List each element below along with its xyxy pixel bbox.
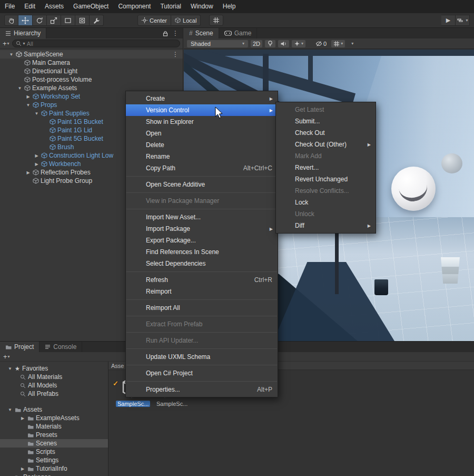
hidden-objects-button[interactable]: 0 (313, 40, 329, 48)
scale-tool-button[interactable] (47, 15, 61, 26)
scene-audio-button[interactable] (278, 40, 290, 48)
folder-tutorialinfo[interactable]: ▶ TutorialInfo (0, 464, 108, 473)
menu-item-import-package[interactable]: Import Package ▶ (126, 223, 278, 235)
folder-materials[interactable]: Materials (0, 422, 108, 431)
submenu-item-diff[interactable]: Diff ▶ (276, 220, 376, 231)
submenu-item-revert-unchanged[interactable]: Revert Unchanged (276, 173, 376, 185)
menu-item-open[interactable]: Open (126, 128, 278, 139)
add-object-button[interactable]: +▾ (3, 40, 9, 47)
folder-presets[interactable]: Presets (0, 431, 108, 439)
search-filter-caret-icon[interactable]: ▾ (23, 41, 25, 46)
scene-options-icon[interactable]: ⋮ (172, 51, 179, 58)
favorites-all-materials[interactable]: All Materials (0, 373, 108, 381)
collapse-arrow-icon[interactable]: ▼ (17, 86, 23, 91)
rect-tool-button[interactable] (61, 15, 75, 26)
lock-icon[interactable] (163, 31, 168, 36)
submenu-item-check-out[interactable]: Check Out (276, 127, 376, 139)
tab-project[interactable]: Project (0, 342, 39, 352)
hierarchy-item-directional-light[interactable]: Directional Light (0, 67, 183, 75)
menu-file[interactable]: File (0, 0, 19, 13)
transform-tool-button[interactable] (75, 15, 90, 26)
folder-scripts[interactable]: Scripts (0, 448, 108, 456)
menu-separator (126, 176, 277, 177)
submenu-item-lock[interactable]: Lock (276, 197, 376, 208)
menu-item-label: Select Dependencies (146, 260, 205, 267)
hierarchy-search-input[interactable] (27, 41, 176, 47)
submenu-item-revert[interactable]: Revert... (276, 162, 376, 173)
expand-arrow-icon[interactable]: ▶ (34, 162, 39, 167)
center-pivot-icon (142, 17, 147, 23)
move-tool-button[interactable] (18, 15, 33, 26)
collapse-arrow-icon[interactable]: ▼ (34, 111, 39, 116)
collapse-arrow-icon[interactable]: ▼ (25, 103, 31, 108)
submenu-item-submit[interactable]: Submit... (276, 115, 376, 127)
collapse-arrow-icon[interactable]: ▼ (7, 366, 13, 371)
menu-item-properties[interactable]: Properties... Alt+P (126, 384, 278, 395)
collapse-arrow-icon[interactable]: ▼ (8, 52, 14, 57)
pivot-center-button[interactable]: Center (137, 15, 171, 26)
tab-game[interactable]: Game (219, 28, 258, 38)
scene-view-options-button[interactable]: ▾ (347, 40, 358, 48)
orientation-local-button[interactable]: Local (171, 15, 201, 26)
menu-edit[interactable]: Edit (19, 0, 40, 13)
favorites-all-models[interactable]: All Models (0, 381, 108, 390)
menu-item-delete[interactable]: Delete (126, 139, 278, 151)
folder-scenes[interactable]: Scenes (0, 439, 108, 448)
favorites-header[interactable]: ▼ ★ Favorites (0, 364, 108, 373)
expand-arrow-icon[interactable]: ▶ (25, 170, 31, 175)
menu-item-find-references-in-scene[interactable]: Find References In Scene (126, 246, 278, 258)
folder-label: Settings (36, 456, 58, 464)
menu-item-export-package[interactable]: Export Package... (126, 235, 278, 246)
menu-item-select-dependencies[interactable]: Select Dependencies (126, 258, 278, 269)
tab-console[interactable]: Console (39, 342, 82, 352)
pan-tool-button[interactable] (4, 15, 18, 26)
scene-grid-button[interactable]: ▾ (331, 40, 345, 48)
expand-arrow-icon[interactable]: ▶ (25, 94, 31, 99)
scene-lighting-button[interactable] (264, 40, 276, 48)
menu-item-version-control[interactable]: Version Control ▶ (126, 104, 278, 116)
submenu-item-check-out-other[interactable]: Check Out (Other) ▶ (276, 139, 376, 150)
menu-component[interactable]: Component (113, 0, 155, 13)
grid-snap-button[interactable] (209, 15, 223, 26)
hierarchy-item-post-process-volume[interactable]: Post-process Volume (0, 75, 183, 84)
menu-item-label: Refresh (146, 276, 168, 284)
toggle-2d-button[interactable]: 2D (250, 40, 263, 48)
panel-menu-icon[interactable]: ⋮ (172, 30, 179, 37)
hierarchy-item-main-camera[interactable]: Main Camera (0, 59, 183, 67)
custom-tool-button[interactable] (90, 15, 104, 26)
collapse-arrow-icon[interactable]: ▼ (7, 407, 13, 412)
expand-arrow-icon[interactable]: ▶ (34, 153, 39, 158)
menu-item-show-in-explorer[interactable]: Show in Explorer (126, 116, 278, 128)
menu-tutorial[interactable]: Tutorial (155, 0, 186, 13)
menu-item-open-scene-additive[interactable]: Open Scene Additive (126, 179, 278, 190)
shading-mode-dropdown[interactable]: Shaded ▾ (186, 40, 249, 48)
menu-help[interactable]: Help (218, 0, 241, 13)
expand-arrow-icon[interactable]: ▶ (20, 416, 25, 421)
layers-button[interactable]: ▾ (456, 15, 470, 26)
menu-item-refresh[interactable]: Refresh Ctrl+R (126, 274, 278, 286)
menu-item-reimport[interactable]: Reimport (126, 286, 278, 297)
packages-root[interactable]: ▶ Packages (0, 473, 108, 476)
menu-window[interactable]: Window (186, 0, 218, 13)
menu-item-import-new-asset[interactable]: Import New Asset... (126, 211, 278, 223)
favorites-all-prefabs[interactable]: All Prefabs (0, 390, 108, 398)
menu-assets[interactable]: Assets (40, 0, 68, 13)
rotate-tool-button[interactable] (33, 15, 47, 26)
menu-item-open-csharp-project[interactable]: Open C# Project (126, 367, 278, 379)
tab-scene[interactable]: # Scene (184, 28, 219, 38)
play-button[interactable]: ▶ (441, 15, 456, 26)
menu-item-update-uxml-schema[interactable]: Update UXML Schema (126, 351, 278, 363)
tab-hierarchy[interactable]: Hierarchy (0, 28, 46, 38)
menu-gameobject[interactable]: GameObject (68, 0, 113, 13)
assets-root[interactable]: ▼ Assets (0, 405, 108, 414)
folder-exampleassets[interactable]: ▶ ExampleAssets (0, 414, 108, 422)
menu-item-reimport-all[interactable]: Reimport All (126, 302, 278, 314)
menu-item-rename[interactable]: Rename (126, 151, 278, 162)
folder-settings[interactable]: Settings (0, 456, 108, 464)
scene-effects-button[interactable]: ▾ (291, 40, 306, 48)
add-asset-button[interactable]: +▾ (3, 353, 10, 361)
hierarchy-item-samplescene[interactable]: ▼ SampleScene ⋮ (0, 50, 183, 59)
expand-arrow-icon[interactable]: ▶ (20, 467, 25, 471)
menu-item-create[interactable]: Create ▶ (126, 93, 278, 104)
menu-item-copy-path[interactable]: Copy Path Alt+Ctrl+C (126, 162, 278, 174)
